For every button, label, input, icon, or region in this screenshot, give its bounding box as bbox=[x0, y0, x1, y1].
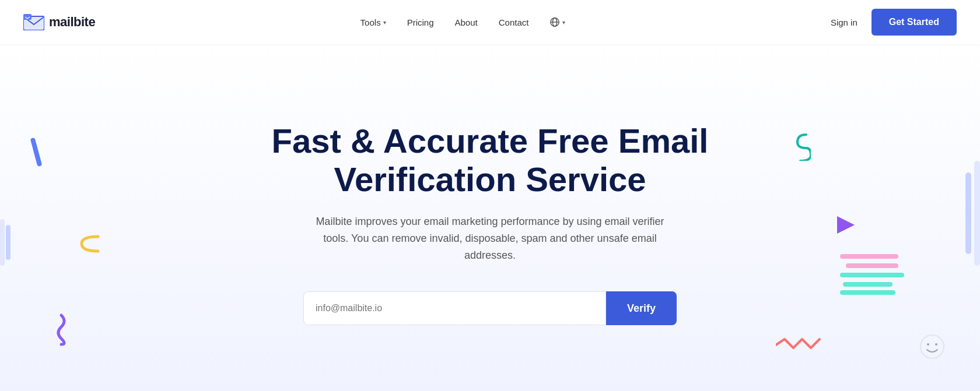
svg-rect-10 bbox=[846, 263, 898, 268]
slash-decoration bbox=[30, 138, 43, 167]
svg-rect-12 bbox=[843, 282, 892, 287]
svg-rect-11 bbox=[840, 273, 904, 277]
svg-rect-6 bbox=[0, 219, 5, 266]
left-bars-decoration bbox=[0, 219, 10, 268]
svg-rect-9 bbox=[840, 254, 898, 259]
verify-form: Verify bbox=[303, 291, 677, 325]
right-dots-decoration bbox=[963, 161, 980, 280]
lines-decoration bbox=[840, 254, 910, 297]
zigzag-decoration bbox=[776, 336, 822, 356]
nav-contact[interactable]: Contact bbox=[499, 17, 529, 27]
chevron-down-icon: ▾ bbox=[383, 19, 386, 26]
svg-point-14 bbox=[921, 335, 944, 358]
navbar: mailbite Tools ▾ Pricing About Contact ▾… bbox=[0, 0, 980, 44]
nav-about[interactable]: About bbox=[455, 17, 478, 27]
sign-in-link[interactable]: Sign in bbox=[831, 17, 858, 27]
email-input[interactable] bbox=[303, 291, 606, 325]
chevron-down-icon: ▾ bbox=[562, 19, 565, 26]
svg-point-16 bbox=[935, 343, 937, 346]
svg-rect-18 bbox=[965, 172, 971, 254]
get-started-button[interactable]: Get Started bbox=[872, 9, 957, 36]
verify-button[interactable]: Verify bbox=[606, 291, 677, 325]
svg-rect-13 bbox=[840, 290, 895, 295]
logo-icon bbox=[23, 14, 44, 30]
nav-right: Sign in Get Started bbox=[831, 9, 957, 36]
logo-text: mailbite bbox=[49, 15, 95, 30]
play-icon-decoration bbox=[834, 213, 858, 239]
hero-section: Fast & Accurate Free Email Verification … bbox=[0, 44, 980, 391]
squiggle-decoration bbox=[47, 312, 76, 350]
hero-title: Fast & Accurate Free Email Verification … bbox=[262, 122, 718, 199]
smiley-decoration bbox=[919, 334, 945, 362]
nav-language[interactable]: ▾ bbox=[550, 17, 565, 27]
svg-rect-7 bbox=[6, 225, 10, 260]
svg-marker-8 bbox=[837, 216, 855, 234]
nav-tools[interactable]: Tools ▾ bbox=[360, 17, 386, 27]
hero-subtitle: Mailbite improves your email marketing p… bbox=[303, 213, 677, 263]
logo-link[interactable]: mailbite bbox=[23, 14, 95, 30]
nav-center: Tools ▾ Pricing About Contact ▾ bbox=[360, 17, 566, 27]
teal-s-decoration bbox=[794, 132, 811, 163]
nav-pricing[interactable]: Pricing bbox=[407, 17, 434, 27]
c-decoration bbox=[76, 231, 102, 260]
svg-rect-17 bbox=[974, 161, 980, 266]
svg-point-15 bbox=[927, 343, 929, 346]
globe-icon bbox=[550, 17, 560, 27]
